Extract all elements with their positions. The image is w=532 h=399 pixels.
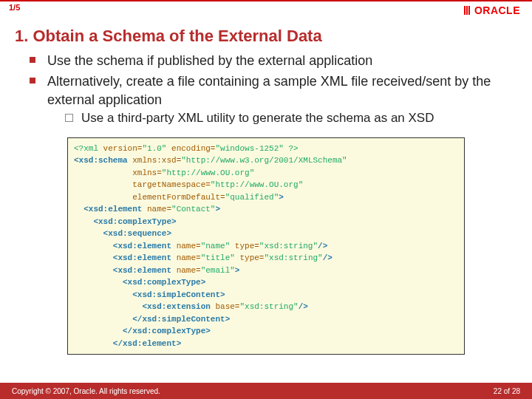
- content-area: Use the schema if published by the exter…: [30, 52, 502, 355]
- page-indicator: 1/5: [9, 3, 20, 12]
- bullet-list: Use the schema if published by the exter…: [30, 52, 502, 127]
- code-sample: <?xml version="1.0" encoding="windows-12…: [67, 137, 465, 355]
- footer-bar: Copyright © 2007, Oracle. All rights res…: [0, 383, 532, 399]
- bullet-text: Use the schema if published by the exter…: [47, 53, 372, 68]
- logo-icon: [464, 6, 470, 15]
- top-bar: 1/5 ORACLE: [0, 0, 532, 19]
- list-item: Use a third-party XML utility to generat…: [65, 110, 502, 127]
- oracle-logo: ORACLE: [464, 4, 520, 16]
- slide-title: 1. Obtain a Schema of the External Data: [15, 27, 532, 46]
- sub-list: Use a third-party XML utility to generat…: [65, 110, 502, 127]
- page-number: 22 of 28: [494, 387, 520, 395]
- list-item: Alternatively, create a file containing …: [30, 72, 502, 127]
- copyright-text: Copyright © 2007, Oracle. All rights res…: [12, 387, 160, 395]
- list-item: Use the schema if published by the exter…: [30, 52, 502, 69]
- logo-text: ORACLE: [474, 4, 520, 16]
- bullet-text: Alternatively, create a file containing …: [47, 74, 491, 106]
- sub-bullet-text: Use a third-party XML utility to generat…: [81, 111, 434, 125]
